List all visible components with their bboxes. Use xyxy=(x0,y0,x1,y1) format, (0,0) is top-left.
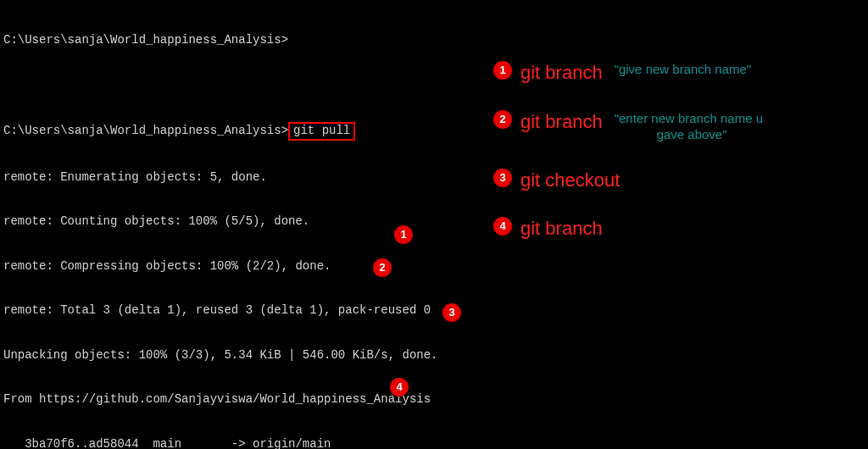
annot-hint: "enter new branch name u gave above" xyxy=(615,110,763,143)
annotation-row: 1 git branch "give new branch name" xyxy=(493,61,763,85)
annot-command: git branch xyxy=(520,110,603,134)
output-line: Unpacking objects: 100% (3/3), 5.34 KiB … xyxy=(3,348,566,363)
output-line: remote: Enumerating objects: 5, done. xyxy=(3,170,566,186)
output-line: remote: Compressing objects: 100% (2/2),… xyxy=(3,259,566,274)
badge-2-icon: 2 xyxy=(373,258,392,277)
terminal[interactable]: C:\Users\sanja\World_happiness_Analysis>… xyxy=(0,0,570,449)
annot-command: git branch xyxy=(520,61,603,85)
output-line: From https://github.com/Sanjayviswa/Worl… xyxy=(3,392,566,407)
cmd-git-pull: git pull xyxy=(288,122,355,141)
annotation-legend: 1 git branch "give new branch name" 2 gi… xyxy=(493,61,763,266)
badge-3-icon: 3 xyxy=(493,169,512,187)
badge-4-icon: 4 xyxy=(390,378,409,396)
badge-3-icon: 3 xyxy=(442,303,461,322)
badge-1-icon: 1 xyxy=(493,61,512,80)
output-line: remote: Total 3 (delta 1), reused 3 (del… xyxy=(3,303,566,319)
prompt: C:\Users\sanja\World_happiness_Analysis> xyxy=(3,124,288,137)
annot-command: git branch xyxy=(520,217,603,241)
badge-2-icon: 2 xyxy=(493,110,512,129)
prompt: C:\Users\sanja\World_happiness_Analysis> xyxy=(3,33,288,47)
annot-hint: "give new branch name" xyxy=(615,61,752,78)
annotation-row: 2 git branch "enter new branch name u ga… xyxy=(493,110,763,143)
badge-1-icon: 1 xyxy=(394,225,413,244)
annotation-row: 4 git branch xyxy=(493,217,763,241)
annotation-row: 3 git checkout xyxy=(493,169,763,192)
output-line: remote: Counting objects: 100% (5/5), do… xyxy=(3,214,566,230)
annot-command: git checkout xyxy=(520,169,620,192)
output-line: 3ba70f6..ad58044 main -> origin/main xyxy=(3,437,566,450)
badge-4-icon: 4 xyxy=(493,217,512,236)
